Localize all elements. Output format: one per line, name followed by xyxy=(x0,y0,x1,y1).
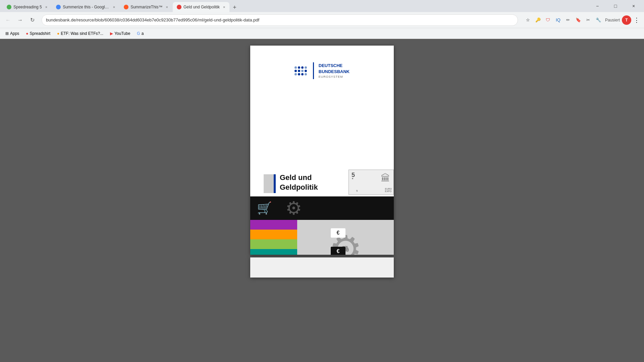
pausiert-label: Pausiert xyxy=(605,18,620,22)
etf-icon: ● xyxy=(57,31,59,36)
close-button[interactable]: × xyxy=(626,0,641,12)
content-area: DEUTSCHE BUNDESBANK EUROSYSTEM Geld und … xyxy=(0,39,644,362)
tab-close-google[interactable]: × xyxy=(113,5,115,9)
bookmark-a-label: a xyxy=(142,31,144,36)
pdf-color-section: ⚙ % € € xyxy=(250,220,394,255)
spreadshirt-icon: ● xyxy=(26,31,28,36)
new-tab-button[interactable]: + xyxy=(230,3,239,12)
bookmark-a-icon: G xyxy=(137,31,140,36)
bookmark-youtube[interactable]: ▶ YouTube xyxy=(107,30,133,37)
tab-speedreading[interactable]: Speedreading 5 × xyxy=(3,2,51,12)
tab-close-summarize[interactable]: × xyxy=(166,5,168,9)
gray-accent xyxy=(264,174,274,193)
apps-icon: ⊞ xyxy=(5,31,9,36)
pdf-title-line2: Geldpolitik xyxy=(280,183,318,192)
title-bar-controls: − □ × xyxy=(590,0,641,12)
title-bar: Speedreading 5 × Summerize this - Google… xyxy=(0,0,644,12)
extension-btn-6[interactable]: ✂ xyxy=(584,15,593,25)
nav-extensions: ☆ 🔑 🛡 IQ ✏ 🔖 ✂ 🔧 Pausiert T ⋮ xyxy=(523,15,641,25)
tab-close-speedreading[interactable]: × xyxy=(45,5,47,9)
euro-badge-white: € xyxy=(331,228,345,238)
pdf-container: DEUTSCHE BUNDESBANK EUROSYSTEM Geld und … xyxy=(0,39,644,278)
extension-btn-4[interactable]: ✏ xyxy=(564,15,573,25)
pdf-title: Geld und Geldpolitik xyxy=(280,173,318,192)
color-bar-purple xyxy=(250,220,297,230)
tab-geld[interactable]: Geld und Geldpolitik × xyxy=(173,2,229,12)
pdf-page-1: DEUTSCHE BUNDESBANK EUROSYSTEM Geld und … xyxy=(250,46,394,255)
logo-main: DEUTSCHE xyxy=(319,63,350,69)
bundesbank-logo: DEUTSCHE BUNDESBANK EUROSYSTEM xyxy=(294,62,350,79)
pdf-page-2 xyxy=(250,257,394,278)
minimize-button[interactable]: − xyxy=(590,0,605,12)
pdf-header: DEUTSCHE BUNDESBANK EUROSYSTEM xyxy=(250,46,394,86)
forward-button[interactable]: → xyxy=(15,15,25,25)
tab-close-geld[interactable]: × xyxy=(223,5,225,9)
etf-label: ETF: Was sind ETFs?... xyxy=(61,31,103,36)
tab-label-speedreading: Speedreading 5 xyxy=(13,5,42,9)
apps-label: Apps xyxy=(10,31,19,36)
tab-favicon-google xyxy=(56,5,61,9)
bookmarks-bar: ⊞ Apps ● Spreadshirt ● ETF: Was sind ETF… xyxy=(0,28,644,39)
euro-symbol-white: € xyxy=(337,230,340,236)
bookmark-a[interactable]: G a xyxy=(134,30,146,37)
extension-btn-3[interactable]: IQ xyxy=(553,15,563,25)
tabs-container: Speedreading 5 × Summerize this - Google… xyxy=(3,0,590,12)
pdf-black-strip: 🛒 ⚙ xyxy=(250,196,394,220)
right-section: ⚙ % € € xyxy=(297,220,394,255)
euro-symbol-black: € xyxy=(337,248,340,254)
color-bar-green-light xyxy=(250,239,297,249)
color-bars xyxy=(250,220,297,255)
tab-favicon-summarize xyxy=(124,5,128,9)
logo-sub2: EUROSYSTEM xyxy=(319,75,350,79)
cart-icon: 🛒 xyxy=(257,201,272,215)
youtube-label: YouTube xyxy=(114,31,130,36)
browser-frame: Speedreading 5 × Summerize this - Google… xyxy=(0,0,644,362)
extension-btn-1[interactable]: 🔑 xyxy=(533,15,543,25)
banknote-image: 5 ★ 🏛 5 EUROEXPO xyxy=(348,170,394,195)
tab-label-geld: Geld und Geldpolitik xyxy=(183,5,220,9)
pdf-white-space xyxy=(250,86,394,173)
euro-badge-black: € xyxy=(331,247,345,255)
maximize-button[interactable]: □ xyxy=(608,0,623,12)
pdf-title-line1: Geld und xyxy=(280,173,318,183)
logo-text: DEUTSCHE BUNDESBANK EUROSYSTEM xyxy=(319,63,350,79)
logo-divider xyxy=(313,62,314,79)
tab-label-google: Summerize this - Google-Suche xyxy=(63,5,110,9)
bookmark-apps[interactable]: ⊞ Apps xyxy=(3,30,22,37)
tab-favicon-geld xyxy=(177,5,181,9)
refresh-button[interactable]: ↻ xyxy=(27,15,38,25)
tab-label-summarize: SummarizeThis™ xyxy=(130,5,162,9)
bookmark-spreadshirt[interactable]: ● Spreadshirt xyxy=(23,30,53,37)
extension-btn-2[interactable]: 🛡 xyxy=(543,15,553,25)
blue-accent xyxy=(274,174,276,193)
bookmark-star-button[interactable]: ☆ xyxy=(523,15,533,25)
gear-top-icon: ⚙ xyxy=(285,197,302,219)
color-bar-orange xyxy=(250,230,297,239)
youtube-icon: ▶ xyxy=(110,31,113,36)
color-bar-teal xyxy=(250,249,297,255)
spreadshirt-label: Spreadshirt xyxy=(30,31,50,36)
address-text: bundesbank.de/resource/blob/606038/c0364… xyxy=(46,17,514,22)
profile-button[interactable]: T xyxy=(622,15,631,25)
address-bar[interactable]: bundesbank.de/resource/blob/606038/c0364… xyxy=(42,14,518,26)
extension-btn-5[interactable]: 🔖 xyxy=(574,15,583,25)
nav-bar: ← → ↻ bundesbank.de/resource/blob/606038… xyxy=(0,12,644,28)
back-button[interactable]: ← xyxy=(3,15,13,25)
pdf-title-section: Geld und Geldpolitik 5 ★ 🏛 5 EUROEXPO xyxy=(250,173,394,193)
tab-summarize[interactable]: SummarizeThis™ × xyxy=(120,2,172,12)
extension-btn-7[interactable]: 🔧 xyxy=(594,15,603,25)
tab-google[interactable]: Summerize this - Google-Suche × xyxy=(52,2,119,12)
menu-button[interactable]: ⋮ xyxy=(632,15,641,25)
logo-sub1: BUNDESBANK xyxy=(319,69,350,75)
tab-favicon-speedreading xyxy=(7,5,11,9)
bookmark-etf[interactable]: ● ETF: Was sind ETFs?... xyxy=(54,30,106,37)
